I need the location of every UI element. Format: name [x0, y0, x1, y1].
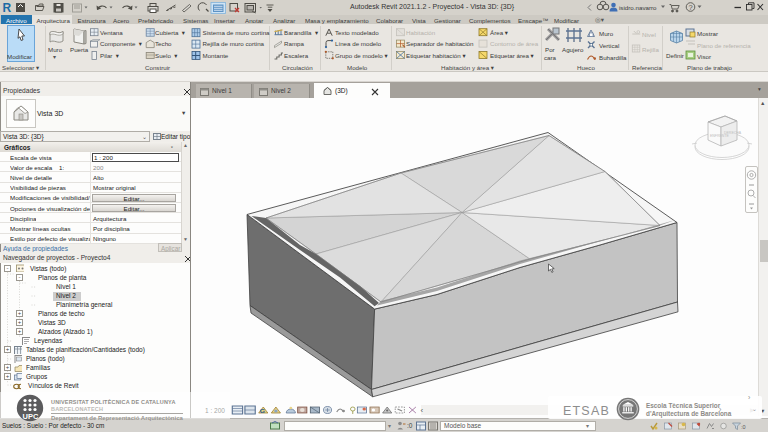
svg-text:UPC: UPC	[23, 412, 39, 421]
svg-text:‹: ‹	[420, 407, 423, 415]
svg-text:DERECHA: DERECHA	[724, 131, 742, 135]
svg-text:?: ?	[689, 3, 693, 12]
svg-text::0: :0	[741, 424, 746, 430]
svg-text:R: R	[3, 1, 12, 15]
svg-text:isidro.navarro: isidro.navarro	[619, 4, 657, 11]
svg-text:G: G	[260, 407, 265, 414]
